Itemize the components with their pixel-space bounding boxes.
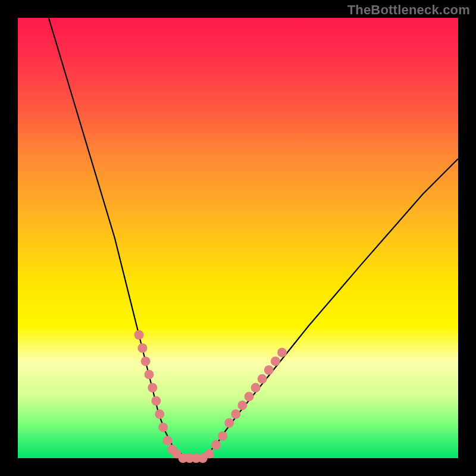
curve-marker: [163, 436, 173, 445]
chart-svg: [18, 18, 458, 458]
curve-marker: [211, 440, 221, 450]
curve-marker: [158, 422, 168, 432]
curve-marker: [155, 409, 164, 419]
curve-marker: [264, 365, 274, 375]
curve-marker: [134, 330, 144, 340]
chart-plot-area: [18, 18, 458, 458]
curve-marker: [258, 374, 267, 384]
curve-marker: [145, 369, 154, 379]
bottleneck-curve: [49, 18, 458, 458]
curve-marker: [205, 449, 214, 459]
curve-marker: [224, 418, 234, 428]
curve-marker: [151, 396, 161, 406]
curve-marker: [271, 356, 280, 366]
curve-markers: [134, 330, 287, 463]
chart-stage: TheBottleneck.com: [0, 0, 476, 476]
curve-marker: [218, 431, 227, 441]
curve-marker: [141, 356, 151, 366]
curve-marker: [237, 400, 247, 410]
watermark-label: TheBottleneck.com: [347, 2, 470, 18]
curve-marker: [251, 383, 261, 393]
curve-marker: [245, 392, 254, 401]
curve-marker: [277, 347, 287, 357]
curve-marker: [231, 409, 240, 419]
curve-marker: [148, 383, 157, 393]
curve-marker: [137, 343, 147, 353]
